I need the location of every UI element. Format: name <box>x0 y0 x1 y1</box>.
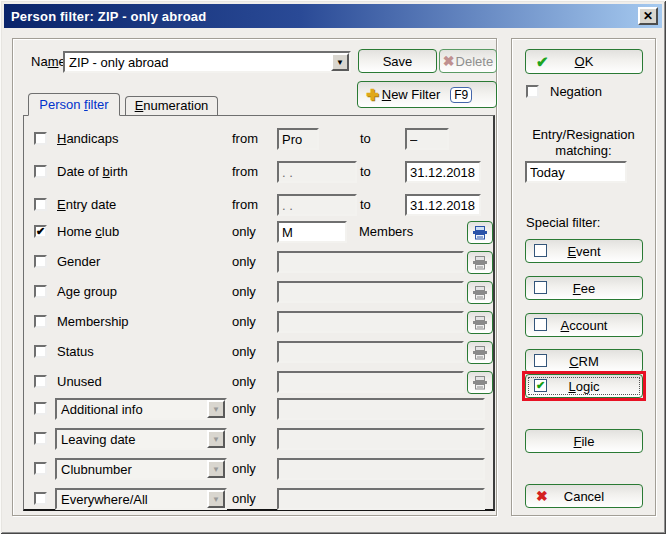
filter-name-value: ZIP - only abroad <box>65 55 331 70</box>
list-print-icon <box>472 256 488 270</box>
tab-enumeration[interactable]: Enumeration <box>125 96 218 115</box>
filter-row-date-of-birth: Date of birth from to <box>24 161 493 183</box>
date-of-birth-label: Date of birth <box>57 164 128 179</box>
additional-info-dropdown[interactable]: Additional info ▼ <box>55 398 227 420</box>
membership-checkbox[interactable] <box>34 315 47 328</box>
handicaps-to-input[interactable] <box>405 128 449 150</box>
filter-row-entry-date: Entry date from to <box>24 194 493 216</box>
age-group-list-button[interactable] <box>467 281 493 304</box>
leaving-date-input[interactable] <box>277 428 485 450</box>
filter-row-leaving-date: Leaving date ▼ only <box>24 428 493 450</box>
person-filter-dialog: Person filter: ZIP - only abroad ✕ Name … <box>0 0 666 534</box>
additional-info-checkbox[interactable] <box>34 402 47 415</box>
negation-label: Negation <box>550 84 602 99</box>
matching-input[interactable] <box>525 161 627 183</box>
logic-checkbox[interactable]: ✔ <box>534 379 547 392</box>
list-print-icon <box>472 226 488 240</box>
logic-button[interactable]: ✔ Logic <box>525 374 643 398</box>
filter-row-home-club: ✔ Home club only Members <box>24 221 493 243</box>
event-checkbox[interactable] <box>534 244 547 257</box>
matching-label-line2: matching: <box>512 143 655 158</box>
date-of-birth-from-input[interactable] <box>277 161 357 183</box>
home-club-input[interactable] <box>277 221 347 243</box>
age-group-checkbox[interactable] <box>34 285 47 298</box>
fee-checkbox[interactable] <box>534 281 547 294</box>
f9-key-badge: F9 <box>450 87 472 103</box>
list-print-icon <box>472 376 488 390</box>
chevron-down-icon[interactable]: ▼ <box>207 400 225 418</box>
everywhere-all-checkbox[interactable] <box>34 492 47 505</box>
handicaps-label: Handicaps <box>57 131 118 146</box>
entry-date-to-input[interactable] <box>405 194 481 216</box>
fee-button[interactable]: Fee <box>525 276 643 300</box>
clubnumber-input[interactable] <box>277 458 485 480</box>
account-button[interactable]: Account <box>525 313 643 337</box>
home-club-list-button[interactable] <box>467 221 493 244</box>
entry-date-checkbox[interactable] <box>34 198 47 211</box>
gender-label: Gender <box>57 254 100 269</box>
list-print-icon <box>472 346 488 360</box>
status-checkbox[interactable] <box>34 345 47 358</box>
chevron-down-icon[interactable]: ▼ <box>207 460 225 478</box>
filter-row-clubnumber: Clubnumber ▼ only <box>24 458 493 480</box>
date-of-birth-checkbox[interactable] <box>34 165 47 178</box>
tab-person-filter[interactable]: Person filter <box>28 93 120 116</box>
everywhere-all-input[interactable] <box>277 488 485 510</box>
filter-definition-panel: Name ZIP - only abroad ▼ Save ✖ Delete ✚… <box>12 38 497 516</box>
filter-row-status: Status only <box>24 341 493 363</box>
unused-list-button[interactable] <box>467 371 493 394</box>
crm-checkbox[interactable] <box>534 354 547 367</box>
close-button[interactable]: ✕ <box>638 7 658 25</box>
chevron-down-icon[interactable]: ▼ <box>207 490 225 508</box>
list-print-icon <box>472 286 488 300</box>
status-label: Status <box>57 344 94 359</box>
handicaps-from-input[interactable] <box>277 128 319 150</box>
membership-label: Membership <box>57 314 129 329</box>
everywhere-all-dropdown[interactable]: Everywhere/All ▼ <box>55 488 227 510</box>
file-button[interactable]: File <box>525 429 643 453</box>
filter-row-everywhere-all: Everywhere/All ▼ only <box>24 488 493 510</box>
unused-label: Unused <box>57 374 102 389</box>
age-group-input[interactable] <box>277 281 464 303</box>
save-button[interactable]: Save <box>358 49 437 73</box>
cancel-button[interactable]: ✖ Cancel <box>525 484 643 508</box>
filter-row-unused: Unused only <box>24 371 493 393</box>
home-club-suffix-label: Members <box>359 224 413 239</box>
handicaps-checkbox[interactable] <box>34 132 47 145</box>
person-filter-tab-panel: Handicaps from to Date of birth from to … <box>23 115 495 511</box>
delete-x-icon: ✖ <box>443 53 455 69</box>
membership-input[interactable] <box>277 311 464 333</box>
filter-row-handicaps: Handicaps from to <box>24 128 493 150</box>
filter-row-age-group: Age group only <box>24 281 493 303</box>
chevron-down-icon[interactable]: ▼ <box>331 53 349 71</box>
delete-button[interactable]: ✖ Delete <box>439 49 497 73</box>
gender-checkbox[interactable] <box>34 255 47 268</box>
clubnumber-checkbox[interactable] <box>34 462 47 475</box>
clubnumber-dropdown[interactable]: Clubnumber ▼ <box>55 458 227 480</box>
filter-name-dropdown[interactable]: ZIP - only abroad ▼ <box>63 51 351 73</box>
filter-row-additional-info: Additional info ▼ only <box>24 398 493 420</box>
chevron-down-icon[interactable]: ▼ <box>207 430 225 448</box>
unused-input[interactable] <box>277 371 464 393</box>
status-input[interactable] <box>277 341 464 363</box>
gender-input[interactable] <box>277 251 464 273</box>
filter-row-gender: Gender only <box>24 251 493 273</box>
filter-row-membership: Membership only <box>24 311 493 333</box>
leaving-date-dropdown[interactable]: Leaving date ▼ <box>55 428 227 450</box>
unused-checkbox[interactable] <box>34 375 47 388</box>
account-checkbox[interactable] <box>534 318 547 331</box>
entry-date-from-input[interactable] <box>277 194 357 216</box>
negation-checkbox[interactable] <box>526 85 539 98</box>
new-filter-button[interactable]: ✚ New Filter F9 <box>357 81 497 108</box>
crm-button[interactable]: CRM <box>525 349 643 373</box>
date-of-birth-to-input[interactable] <box>405 161 481 183</box>
special-filter-label: Special filter: <box>526 215 600 230</box>
status-list-button[interactable] <box>467 341 493 364</box>
leaving-date-checkbox[interactable] <box>34 432 47 445</box>
event-button[interactable]: Event <box>525 239 643 263</box>
home-club-checkbox[interactable]: ✔ <box>34 225 47 238</box>
additional-info-input[interactable] <box>277 398 485 420</box>
gender-list-button[interactable] <box>467 251 493 274</box>
ok-button[interactable]: ✔ OK <box>525 49 643 74</box>
membership-list-button[interactable] <box>467 311 493 334</box>
